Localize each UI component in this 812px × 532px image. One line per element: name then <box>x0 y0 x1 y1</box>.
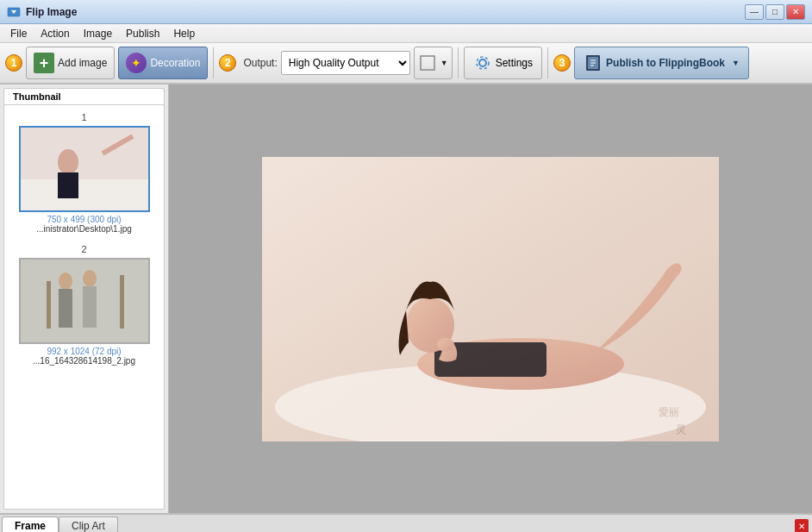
publish-dropdown-arrow-icon: ▼ <box>732 59 740 67</box>
dropdown-arrow-icon: ▼ <box>440 59 448 67</box>
maximize-button[interactable]: □ <box>765 4 784 20</box>
thumb2-preview <box>21 260 148 342</box>
svg-point-12 <box>58 149 78 175</box>
svg-point-27 <box>437 338 454 352</box>
thumb-path-1: ...inistrator\Desktop\1.jpg <box>36 224 132 234</box>
tab-clip-art-label: Clip Art <box>72 520 105 532</box>
add-image-label: Add image <box>58 57 107 69</box>
output-label: Output: <box>243 57 277 69</box>
menu-action[interactable]: Action <box>34 26 76 41</box>
sidebar: Thumbnail 1 <box>0 84 169 513</box>
decoration-icon: ✦ <box>126 53 147 73</box>
thumbnail-item-2[interactable]: 2 <box>11 244 157 366</box>
window-controls: — □ ✕ <box>745 4 805 20</box>
minimize-button[interactable]: — <box>745 4 764 20</box>
thumbnail-tab[interactable]: Thumbnail <box>3 88 165 104</box>
decoration-button[interactable]: ✦ Decoration <box>118 47 208 79</box>
tab-frame-label: Frame <box>15 520 46 532</box>
separator2 <box>458 47 459 78</box>
svg-rect-20 <box>47 281 51 329</box>
menu-image[interactable]: Image <box>77 26 119 41</box>
thumb-size-1: 750 x 499 (300 dpi) <box>47 215 121 224</box>
bottom-panel: Frame Clip Art ✕ <box>0 513 812 532</box>
separator1 <box>213 47 214 78</box>
titlebar: Flip Image — □ ✕ <box>0 0 812 24</box>
step3-badge: 3 <box>553 54 571 72</box>
settings-gear-icon <box>473 53 492 72</box>
preview-content: 愛丽 灵 <box>262 157 719 441</box>
settings-button[interactable]: Settings <box>464 47 542 79</box>
thumb-image-2[interactable] <box>19 258 150 344</box>
menubar: File Action Image Publish Help <box>0 24 812 43</box>
add-image-button[interactable]: + Add image <box>26 47 115 79</box>
main-layout: Thumbnail 1 <box>0 84 812 513</box>
thumb-num-2: 2 <box>81 244 86 254</box>
publish-button[interactable]: Publish to FlippingBook ▼ <box>574 47 749 79</box>
thumb-num-1: 1 <box>81 112 86 122</box>
page-size-button[interactable]: ▼ <box>414 47 453 79</box>
svg-point-18 <box>83 270 97 287</box>
menu-help[interactable]: Help <box>166 26 202 41</box>
preview-area: 愛丽 灵 <box>169 84 812 513</box>
svg-text:灵: 灵 <box>676 423 686 435</box>
app-icon <box>7 5 21 19</box>
svg-rect-21 <box>120 275 124 329</box>
svg-rect-11 <box>21 179 148 210</box>
thumb-size-2: 992 x 1024 (72 dpi) <box>47 347 121 356</box>
add-image-icon: + <box>34 53 54 73</box>
publish-book-icon <box>584 53 603 72</box>
settings-label: Settings <box>496 57 533 69</box>
thumb-image-1[interactable] <box>19 126 150 212</box>
step1-badge: 1 <box>5 54 22 72</box>
separator3 <box>547 47 548 78</box>
main-preview-image: 愛丽 灵 <box>262 157 719 441</box>
page-size-icon <box>418 53 437 72</box>
tab-frame[interactable]: Frame <box>2 516 59 532</box>
svg-text:愛丽: 愛丽 <box>659 406 679 418</box>
svg-point-16 <box>59 272 72 290</box>
tab-clip-art[interactable]: Clip Art <box>59 516 118 532</box>
output-select[interactable]: High Quality Output Standard Output Low … <box>281 51 410 75</box>
svg-rect-13 <box>58 172 78 198</box>
decoration-label: Decoration <box>150 57 200 69</box>
menu-publish[interactable]: Publish <box>119 26 166 41</box>
menu-file[interactable]: File <box>3 26 34 41</box>
thumbnail-list: 1 750 x 499 (300 dpi) <box>3 104 165 510</box>
thumb-path-2: ...16_164328614198_2.jpg <box>33 356 135 366</box>
thumbnail-item-1[interactable]: 1 750 x 499 (300 dpi) <box>11 112 157 234</box>
publish-label: Publish to FlippingBook <box>606 57 725 69</box>
svg-rect-2 <box>421 56 434 70</box>
svg-rect-19 <box>83 286 97 328</box>
toolbar: 1 + Add image ✦ Decoration 2 Output: Hig… <box>0 43 812 84</box>
close-button[interactable]: ✕ <box>786 4 805 20</box>
close-panel-button[interactable]: ✕ <box>795 519 809 532</box>
step2-badge: 2 <box>219 54 236 72</box>
svg-point-3 <box>479 59 486 66</box>
window-title: Flip Image <box>26 6 745 18</box>
frame-tabs: Frame Clip Art ✕ <box>0 515 812 532</box>
svg-rect-17 <box>59 289 72 328</box>
thumb1-preview <box>21 128 148 210</box>
